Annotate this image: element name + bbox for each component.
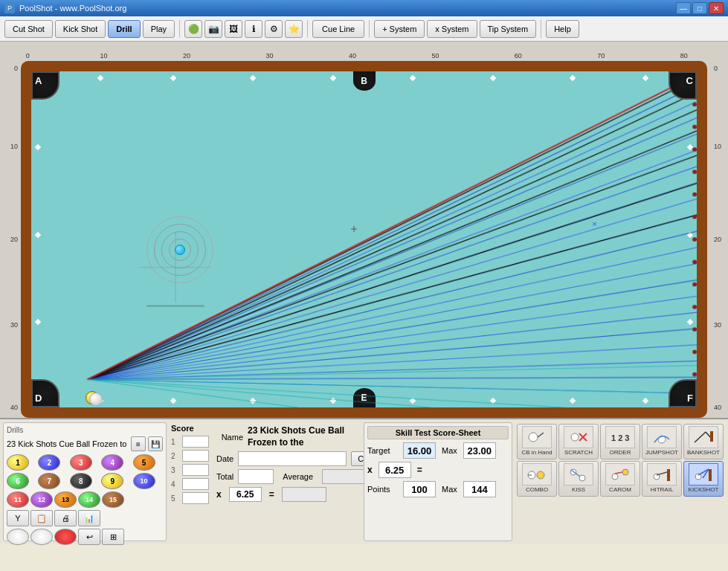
x-system-button[interactable]: x System bbox=[427, 20, 477, 38]
score-num-1: 1 bbox=[171, 438, 180, 446]
ball-3[interactable]: 3 bbox=[70, 454, 92, 471]
ball-14[interactable]: 14 bbox=[78, 491, 100, 508]
ball-6[interactable]: 6 bbox=[7, 473, 29, 489]
drills-icon-3[interactable]: 📊 bbox=[78, 510, 100, 526]
svg-rect-9 bbox=[710, 431, 713, 442]
score-input-5[interactable] bbox=[182, 492, 209, 504]
multiplier-input[interactable] bbox=[229, 487, 262, 502]
crosshair bbox=[351, 226, 357, 232]
drills-list-button[interactable]: ≡ bbox=[131, 436, 146, 451]
shot-kiss[interactable]: KISS bbox=[558, 461, 599, 497]
drills-icon-1[interactable]: 📋 bbox=[30, 510, 53, 526]
points-max-label: Max bbox=[442, 485, 457, 494]
score-input-1[interactable] bbox=[182, 436, 209, 448]
date-input[interactable] bbox=[238, 451, 347, 466]
equals-label: = bbox=[269, 489, 274, 500]
settings-icon-button[interactable]: ⚙ bbox=[265, 20, 283, 38]
skill-points-row: Points 100 Max 144 bbox=[367, 481, 509, 497]
score-input-4[interactable] bbox=[182, 478, 209, 490]
cut-shot-button[interactable]: Cut Shot bbox=[4, 20, 53, 38]
ball-9-btn[interactable]: 9 bbox=[101, 473, 123, 489]
camera-icon-button[interactable]: 📷 bbox=[204, 20, 222, 38]
ball-10[interactable]: 10 bbox=[133, 473, 155, 489]
shot-types-container: CB in Hand SCRATCH 1 2 3 ORDER JUMPSHOT bbox=[515, 422, 725, 541]
shot-scratch[interactable]: SCRATCH bbox=[558, 424, 599, 459]
ball-white[interactable] bbox=[7, 529, 29, 545]
tip-system-button[interactable]: Tip System bbox=[480, 20, 537, 38]
ball-1[interactable]: 1 bbox=[7, 454, 29, 471]
shot-cb-in-hand[interactable]: CB in Hand bbox=[517, 424, 557, 459]
target-label: Target bbox=[367, 446, 400, 455]
score-row-1: 1 bbox=[171, 436, 209, 448]
order-icon: 1 2 3 bbox=[605, 426, 635, 448]
drill-button[interactable]: Drill bbox=[108, 20, 140, 38]
score-input-3[interactable] bbox=[182, 464, 209, 476]
date-row: Date Clear ↩ bbox=[216, 451, 358, 466]
ball-2[interactable]: 2 bbox=[38, 454, 60, 471]
skill-x-label: x bbox=[367, 465, 373, 475]
ruler-top-20: 20 bbox=[183, 52, 190, 59]
aim-circle bbox=[146, 216, 213, 283]
info-icon-button[interactable]: ℹ bbox=[245, 20, 262, 38]
aim-center bbox=[175, 245, 185, 255]
drills-icon-2[interactable]: 🖨 bbox=[54, 510, 77, 526]
ball-grid-2: 6 7 8 9 10 bbox=[7, 473, 163, 489]
shot-hitrail[interactable]: HITRAIL bbox=[642, 461, 682, 497]
kick-shot-button[interactable]: Kick Shot bbox=[55, 20, 106, 38]
bankshot-icon bbox=[689, 426, 718, 448]
play-button[interactable]: Play bbox=[143, 20, 175, 38]
score-num-5: 5 bbox=[171, 494, 180, 503]
toolbar: Cut Shot Kick Shot Drill Play 🟢 📷 🖼 ℹ ⚙ … bbox=[0, 16, 728, 42]
shot-kickshot[interactable]: KICKSHOT bbox=[683, 461, 724, 497]
toolbar-sep-4 bbox=[541, 20, 541, 38]
help-button[interactable]: Help bbox=[546, 20, 579, 38]
ball-red-full[interactable] bbox=[54, 529, 77, 545]
shot-carom[interactable]: CAROM bbox=[600, 461, 640, 497]
drills-header: Drills bbox=[7, 426, 163, 434]
shot-order[interactable]: 1 2 3 ORDER bbox=[600, 424, 640, 459]
skill-target-row: Target 16.00 Max 23.00 bbox=[367, 442, 509, 459]
score-input-2[interactable] bbox=[182, 450, 209, 462]
ruler-right-40: 40 bbox=[714, 404, 721, 411]
points-max-value: 144 bbox=[463, 481, 496, 497]
total-input[interactable] bbox=[238, 469, 274, 484]
svg-point-2 bbox=[571, 433, 579, 441]
drills-section: Drills 23 Kick Shots Cue Ball Frozen to … bbox=[3, 422, 167, 541]
ball-4[interactable]: 4 bbox=[101, 454, 123, 471]
ball-8[interactable]: 8 bbox=[70, 473, 92, 489]
cue-ball[interactable] bbox=[89, 393, 103, 406]
svg-point-11 bbox=[537, 471, 544, 479]
ball-white-2[interactable] bbox=[30, 529, 53, 545]
ruler-top-40: 40 bbox=[349, 52, 356, 59]
drills-save-button[interactable]: 💾 bbox=[148, 436, 163, 451]
plus-system-button[interactable]: + System bbox=[374, 20, 425, 38]
shot-jumpshot[interactable]: JUMPSHOT bbox=[642, 424, 682, 459]
combo-label: COMBO bbox=[526, 486, 548, 493]
ball-7[interactable]: 7 bbox=[38, 473, 60, 489]
ball-15[interactable]: 15 bbox=[102, 491, 124, 508]
bookmark-icon-button[interactable]: ⭐ bbox=[285, 20, 303, 38]
x-label: x bbox=[216, 489, 222, 500]
cue-line-button[interactable]: Cue Line bbox=[312, 20, 364, 38]
power-icon-button[interactable]: 🟢 bbox=[184, 20, 202, 38]
maximize-button[interactable]: □ bbox=[692, 2, 707, 14]
ball-12[interactable]: 12 bbox=[30, 491, 53, 508]
ball-13[interactable]: 13 bbox=[54, 491, 77, 508]
ball-11[interactable]: 11 bbox=[7, 491, 29, 508]
image-icon-button[interactable]: 🖼 bbox=[225, 20, 242, 38]
ruler-top-0: 0 bbox=[26, 52, 30, 59]
ruler-left-0: 0 bbox=[14, 65, 18, 72]
pool-table[interactable]: A C D F B E bbox=[21, 61, 707, 418]
shot-combo[interactable]: COMBO bbox=[517, 461, 557, 497]
svg-line-18 bbox=[615, 472, 622, 474]
window-title: PoolShot - www.PoolShot.org bbox=[19, 4, 676, 13]
shot-bankshot[interactable]: BANKSHOT bbox=[683, 424, 724, 459]
undo-button[interactable]: ↩ bbox=[78, 529, 100, 545]
name-section: Name 23 Kick Shots Cue Ball Frozen to th… bbox=[213, 422, 361, 541]
close-button[interactable]: ✕ bbox=[709, 2, 724, 14]
ball-5[interactable]: 5 bbox=[133, 454, 155, 471]
bankshot-label: BANKSHOT bbox=[687, 449, 720, 456]
grid-view-button[interactable]: ⊞ bbox=[102, 529, 124, 545]
minimize-button[interactable]: — bbox=[676, 2, 691, 14]
y-button[interactable]: Y bbox=[7, 510, 29, 526]
